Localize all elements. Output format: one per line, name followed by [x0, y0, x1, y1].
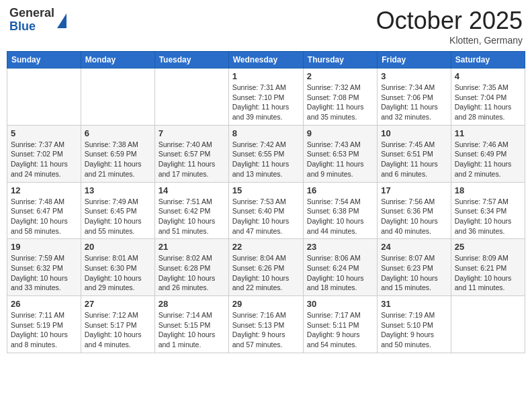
day-number: 30	[307, 299, 373, 309]
day-content: Sunrise: 7:38 AMSunset: 6:59 PMDaylight:…	[85, 140, 151, 179]
day-content: Sunrise: 8:07 AMSunset: 6:23 PMDaylight:…	[381, 253, 447, 293]
day-number: 2	[307, 71, 373, 81]
day-number: 17	[381, 185, 447, 195]
day-content: Sunrise: 7:56 AMSunset: 6:36 PMDaylight:…	[381, 197, 447, 236]
day-number: 3	[381, 71, 447, 81]
calendar-cell: 25Sunrise: 8:09 AMSunset: 6:21 PMDayligh…	[451, 239, 525, 296]
weekday-header: Friday	[378, 52, 451, 68]
day-content: Sunrise: 7:51 AMSunset: 6:42 PMDaylight:…	[159, 197, 225, 236]
calendar-cell: 27Sunrise: 7:12 AMSunset: 5:17 PMDayligh…	[81, 296, 154, 353]
calendar-cell: 28Sunrise: 7:14 AMSunset: 5:15 PMDayligh…	[154, 296, 228, 353]
day-content: Sunrise: 7:19 AMSunset: 5:10 PMDaylight:…	[381, 310, 447, 350]
calendar-cell: 1Sunrise: 7:31 AMSunset: 7:10 PMDaylight…	[228, 68, 303, 126]
day-number: 24	[381, 242, 447, 252]
day-content: Sunrise: 8:06 AMSunset: 6:24 PMDaylight:…	[307, 253, 373, 293]
day-number: 26	[11, 299, 77, 309]
day-number: 18	[455, 185, 521, 195]
calendar-cell: 11Sunrise: 7:46 AMSunset: 6:49 PMDayligh…	[451, 125, 525, 182]
day-number: 14	[159, 185, 225, 195]
day-content: Sunrise: 7:57 AMSunset: 6:34 PMDaylight:…	[455, 197, 521, 236]
calendar-cell: 7Sunrise: 7:40 AMSunset: 6:57 PMDaylight…	[154, 125, 228, 182]
calendar-cell: 19Sunrise: 7:59 AMSunset: 6:32 PMDayligh…	[7, 239, 81, 296]
calendar-cell: 8Sunrise: 7:42 AMSunset: 6:55 PMDaylight…	[228, 125, 303, 182]
weekday-header: Wednesday	[228, 52, 303, 68]
calendar-header-row: SundayMondayTuesdayWednesdayThursdayFrid…	[7, 52, 525, 68]
day-number: 1	[232, 71, 300, 81]
calendar-week-row: 5Sunrise: 7:37 AMSunset: 7:02 PMDaylight…	[7, 125, 525, 182]
calendar-cell: 5Sunrise: 7:37 AMSunset: 7:02 PMDaylight…	[7, 125, 81, 182]
calendar-week-row: 19Sunrise: 7:59 AMSunset: 6:32 PMDayligh…	[7, 239, 525, 296]
day-content: Sunrise: 8:09 AMSunset: 6:21 PMDaylight:…	[455, 253, 521, 293]
calendar-cell: 31Sunrise: 7:19 AMSunset: 5:10 PMDayligh…	[378, 296, 451, 353]
calendar-cell	[7, 68, 81, 126]
calendar-cell: 21Sunrise: 8:02 AMSunset: 6:28 PMDayligh…	[154, 239, 228, 296]
calendar-week-row: 26Sunrise: 7:11 AMSunset: 5:19 PMDayligh…	[7, 296, 525, 353]
calendar-cell: 12Sunrise: 7:48 AMSunset: 6:47 PMDayligh…	[7, 182, 81, 239]
day-number: 22	[232, 242, 300, 252]
day-content: Sunrise: 7:42 AMSunset: 6:55 PMDaylight:…	[232, 140, 300, 179]
calendar-cell: 23Sunrise: 8:06 AMSunset: 6:24 PMDayligh…	[303, 239, 377, 296]
day-number: 29	[232, 299, 300, 309]
day-content: Sunrise: 7:45 AMSunset: 6:51 PMDaylight:…	[381, 140, 447, 179]
day-number: 10	[381, 128, 447, 138]
day-content: Sunrise: 7:17 AMSunset: 5:11 PMDaylight:…	[307, 310, 373, 350]
calendar-cell: 9Sunrise: 7:43 AMSunset: 6:53 PMDaylight…	[303, 125, 377, 182]
day-content: Sunrise: 7:54 AMSunset: 6:38 PMDaylight:…	[307, 197, 373, 236]
day-content: Sunrise: 7:16 AMSunset: 5:13 PMDaylight:…	[232, 310, 300, 350]
day-number: 27	[85, 299, 151, 309]
title-area: October 2025 Klotten, Germany	[376, 7, 523, 46]
day-content: Sunrise: 8:01 AMSunset: 6:30 PMDaylight:…	[85, 253, 151, 293]
calendar-cell: 15Sunrise: 7:53 AMSunset: 6:40 PMDayligh…	[228, 182, 303, 239]
day-number: 31	[381, 299, 447, 309]
day-content: Sunrise: 7:59 AMSunset: 6:32 PMDaylight:…	[11, 253, 77, 293]
calendar-cell: 20Sunrise: 8:01 AMSunset: 6:30 PMDayligh…	[81, 239, 154, 296]
day-number: 8	[232, 128, 300, 138]
day-content: Sunrise: 7:35 AMSunset: 7:04 PMDaylight:…	[455, 83, 521, 122]
day-content: Sunrise: 7:11 AMSunset: 5:19 PMDaylight:…	[11, 310, 77, 350]
day-number: 19	[11, 242, 77, 252]
calendar-cell: 13Sunrise: 7:49 AMSunset: 6:45 PMDayligh…	[81, 182, 154, 239]
day-number: 7	[159, 128, 225, 138]
calendar-cell	[81, 68, 154, 126]
day-number: 13	[85, 185, 151, 195]
day-content: Sunrise: 7:14 AMSunset: 5:15 PMDaylight:…	[159, 310, 225, 350]
weekday-header: Sunday	[7, 52, 81, 68]
calendar-cell	[451, 296, 525, 353]
day-content: Sunrise: 8:04 AMSunset: 6:26 PMDaylight:…	[232, 253, 300, 293]
day-content: Sunrise: 7:43 AMSunset: 6:53 PMDaylight:…	[307, 140, 373, 179]
day-number: 16	[307, 185, 373, 195]
calendar-cell: 18Sunrise: 7:57 AMSunset: 6:34 PMDayligh…	[451, 182, 525, 239]
calendar-cell: 22Sunrise: 8:04 AMSunset: 6:26 PMDayligh…	[228, 239, 303, 296]
logo-blue: Blue	[9, 20, 54, 34]
day-number: 21	[159, 242, 225, 252]
day-content: Sunrise: 7:37 AMSunset: 7:02 PMDaylight:…	[11, 140, 77, 179]
calendar-cell: 26Sunrise: 7:11 AMSunset: 5:19 PMDayligh…	[7, 296, 81, 353]
day-content: Sunrise: 7:34 AMSunset: 7:06 PMDaylight:…	[381, 83, 447, 122]
day-number: 5	[11, 128, 77, 138]
day-number: 11	[455, 128, 521, 138]
day-number: 25	[455, 242, 521, 252]
weekday-header: Monday	[81, 52, 154, 68]
day-number: 12	[11, 185, 77, 195]
calendar-week-row: 12Sunrise: 7:48 AMSunset: 6:47 PMDayligh…	[7, 182, 525, 239]
day-content: Sunrise: 7:53 AMSunset: 6:40 PMDaylight:…	[232, 197, 300, 236]
calendar-cell: 29Sunrise: 7:16 AMSunset: 5:13 PMDayligh…	[228, 296, 303, 353]
calendar-cell: 14Sunrise: 7:51 AMSunset: 6:42 PMDayligh…	[154, 182, 228, 239]
weekday-header: Thursday	[303, 52, 377, 68]
calendar-table: SundayMondayTuesdayWednesdayThursdayFrid…	[7, 51, 525, 353]
weekday-header: Saturday	[451, 52, 525, 68]
day-content: Sunrise: 7:48 AMSunset: 6:47 PMDaylight:…	[11, 197, 77, 236]
page-header: General Blue October 2025 Klotten, Germa…	[7, 7, 525, 46]
day-content: Sunrise: 7:49 AMSunset: 6:45 PMDaylight:…	[85, 197, 151, 236]
location: Klotten, Germany	[376, 35, 523, 46]
day-number: 4	[455, 71, 521, 81]
calendar-cell: 17Sunrise: 7:56 AMSunset: 6:36 PMDayligh…	[378, 182, 451, 239]
logo-text: General Blue	[9, 7, 54, 34]
day-number: 23	[307, 242, 373, 252]
logo-triangle-icon	[57, 13, 66, 28]
day-number: 6	[85, 128, 151, 138]
day-number: 20	[85, 242, 151, 252]
calendar-cell: 10Sunrise: 7:45 AMSunset: 6:51 PMDayligh…	[378, 125, 451, 182]
calendar-week-row: 1Sunrise: 7:31 AMSunset: 7:10 PMDaylight…	[7, 68, 525, 126]
calendar-cell: 6Sunrise: 7:38 AMSunset: 6:59 PMDaylight…	[81, 125, 154, 182]
